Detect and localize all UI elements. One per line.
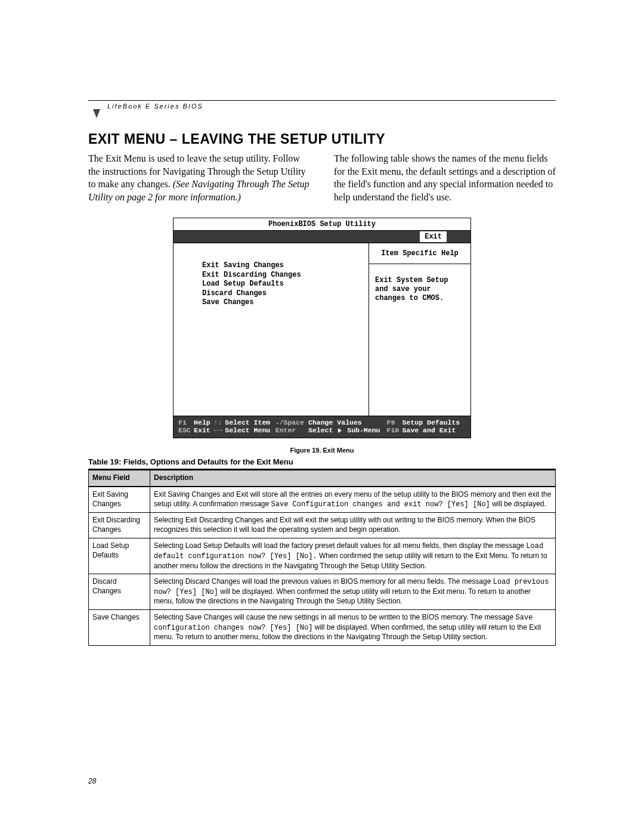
header-triangle-icon bbox=[93, 109, 100, 118]
table-title: Table 19: Fields, Options and Defaults f… bbox=[88, 457, 556, 466]
document-page: LifeBook E Series BIOS EXIT MENU – LEAVI… bbox=[0, 0, 644, 833]
bios-tab-exit: Exit bbox=[420, 231, 447, 242]
cell-description: Selecting Save Changes will cause the ne… bbox=[150, 609, 556, 645]
bios-key: F9 bbox=[387, 419, 395, 426]
intro-columns: The Exit Menu is used to leave the setup… bbox=[88, 152, 556, 203]
bios-key-label: Save and Exit bbox=[402, 426, 466, 434]
cell-menu-field: Save Changes bbox=[89, 609, 150, 645]
bios-key: Enter bbox=[275, 426, 296, 434]
cell-menu-field: Discard Changes bbox=[89, 574, 150, 610]
content-area: EXIT MENU – LEAVING THE SETUP UTILITY Th… bbox=[88, 131, 556, 646]
cell-description: Selecting Discard Changes will load the … bbox=[150, 574, 556, 610]
bios-key-label: Setup Defaults bbox=[402, 419, 466, 426]
bios-key-label: Sub-Menu bbox=[347, 426, 380, 434]
desc-text: Selecting Discard Changes will load the … bbox=[154, 577, 493, 586]
bios-key: F10 bbox=[387, 426, 400, 434]
bios-menu-item: Exit Saving Changes bbox=[202, 261, 363, 270]
bios-menu-item: Save Changes bbox=[202, 298, 363, 306]
bios-key: ↑↓ bbox=[214, 419, 222, 426]
cell-menu-field: Exit Saving Changes bbox=[89, 487, 150, 513]
inline-code: Save Configuration changes and exit now?… bbox=[271, 500, 490, 509]
bios-key-label: Select Menu bbox=[225, 426, 275, 434]
bios-key-label: Help bbox=[194, 419, 213, 426]
header-rule bbox=[88, 100, 556, 101]
desc-text: Selecting Exit Discarding Changes and Ex… bbox=[154, 516, 535, 534]
bios-help-panel: Item Specific Help Exit System Setup and… bbox=[369, 243, 470, 416]
cell-menu-field: Exit Discarding Changes bbox=[89, 513, 150, 538]
bios-key: F1 bbox=[178, 419, 187, 426]
table-header-desc: Description bbox=[150, 470, 556, 487]
section-title: EXIT MENU – LEAVING THE SETUP UTILITY bbox=[88, 131, 556, 147]
cell-description: Exit Saving Changes and Exit will store … bbox=[150, 487, 556, 513]
bios-window-title: PhoenixBIOS Setup Utility bbox=[173, 218, 471, 230]
bios-footer: F1 Help ↑↓ Select Item -/Space Change Va… bbox=[173, 416, 471, 438]
intro-left-column: The Exit Menu is used to leave the setup… bbox=[88, 152, 310, 203]
bios-help-body: Exit System Setup and save your changes … bbox=[369, 264, 470, 315]
triangle-right-icon bbox=[338, 428, 342, 433]
table-row: Exit Discarding Changes Selecting Exit D… bbox=[89, 513, 556, 538]
desc-text: Selecting Save Changes will cause the ne… bbox=[154, 613, 516, 621]
running-header: LifeBook E Series BIOS bbox=[107, 103, 203, 110]
bios-menu-item: Exit Discarding Changes bbox=[202, 271, 363, 279]
bios-menu-item: Load Setup Defaults bbox=[202, 280, 363, 288]
table-row: Discard Changes Selecting Discard Change… bbox=[89, 574, 556, 610]
intro-right-column: The following table shows the names of t… bbox=[334, 152, 556, 203]
bios-key: ←→ bbox=[214, 426, 222, 434]
bios-key-label: Exit bbox=[194, 426, 213, 434]
bios-key-label: Select Item bbox=[225, 419, 275, 426]
figure-caption: Figure 19. Exit Menu bbox=[88, 447, 556, 454]
cell-menu-field: Load Setup Defaults bbox=[89, 538, 150, 574]
page-number: 28 bbox=[88, 777, 96, 785]
bios-body: Exit Saving Changes Exit Discarding Chan… bbox=[173, 243, 471, 416]
cell-description: Selecting Exit Discarding Changes and Ex… bbox=[150, 513, 556, 538]
bios-key: -/Space bbox=[275, 419, 304, 426]
bios-key-label: Select bbox=[308, 426, 333, 434]
desc-text: will be displayed. bbox=[490, 500, 546, 508]
table-row: Load Setup Defaults Selecting Load Setup… bbox=[89, 538, 556, 574]
definitions-table: Menu Field Description Exit Saving Chang… bbox=[88, 469, 556, 645]
table-header-field: Menu Field bbox=[89, 470, 150, 487]
cell-description: Selecting Load Setup Defaults will load … bbox=[150, 538, 556, 574]
bios-tab-bar: Exit bbox=[173, 230, 471, 243]
bios-key-label: Change Values bbox=[308, 419, 386, 426]
bios-key: ESC bbox=[178, 426, 191, 434]
bios-menu-item: Discard Changes bbox=[202, 289, 363, 298]
bios-menu-list: Exit Saving Changes Exit Discarding Chan… bbox=[174, 243, 369, 416]
bios-screenshot: PhoenixBIOS Setup Utility Exit Exit Savi… bbox=[173, 218, 471, 438]
bios-help-title: Item Specific Help bbox=[369, 243, 470, 264]
table-row: Exit Saving Changes Exit Saving Changes … bbox=[89, 487, 556, 513]
desc-text: Selecting Load Setup Defaults will load … bbox=[154, 541, 526, 550]
table-row: Save Changes Selecting Save Changes will… bbox=[89, 609, 556, 645]
